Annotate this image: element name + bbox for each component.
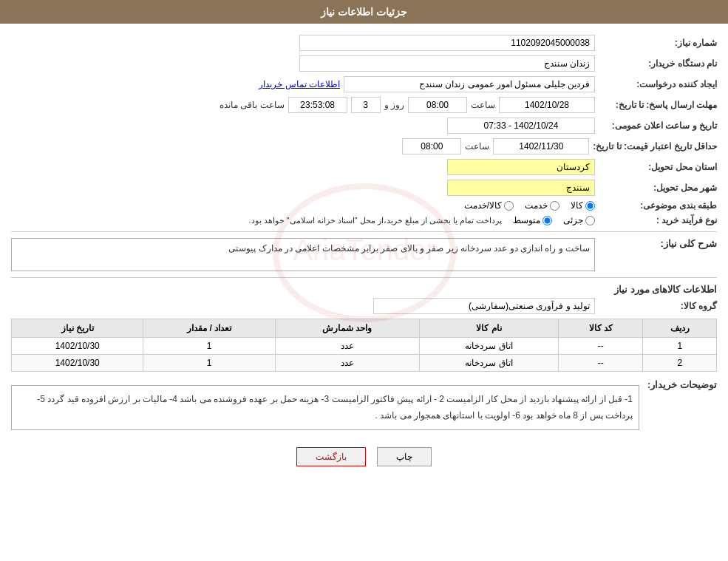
tabaqe-kala-label: کالا (571, 200, 583, 211)
ijadKonande-label: ایجاد کننده درخواست: (599, 79, 717, 89)
kalaInfo-title: اطلاعات کالاهای مورد نیاز (11, 284, 717, 295)
mohlat-label: مهلت ارسال پاسخ: تا تاریخ: (599, 100, 717, 110)
col-tedad: تعداد / مقدار (143, 319, 275, 338)
tabaqe-label: طبقه بندی موضوعی: (599, 200, 717, 211)
noeFarayand-jozii-radio[interactable] (585, 216, 595, 225)
tosih-row: توضیحات خریدار: 1- قبل از ارائه پیشنهاد … (11, 379, 717, 436)
cell-kodKala: -- (559, 355, 643, 372)
col-vahed: واحد شمارش (275, 319, 419, 338)
tabaqe-khedmat-label: خدمت (525, 200, 548, 211)
table-row: 2--اتاق سردخانهعدد11402/10/30 (12, 355, 717, 372)
noeFarayand-note: پرداخت تمام یا بخشی از مبلغ خرید،از محل … (248, 216, 502, 225)
noeFarayand-jozii-option[interactable]: جزئی (563, 215, 595, 225)
noeFarayand-label: نوع فرآیند خرید : (599, 215, 717, 225)
sharh-textarea[interactable] (11, 238, 595, 271)
mohlat-date: 1402/10/28 (499, 97, 595, 113)
noeFarayand-motavasset-radio[interactable] (542, 216, 552, 225)
col-radif: ردیف (643, 319, 717, 338)
tabaqe-kala-khedmat-option[interactable]: کالا/خدمت (464, 200, 514, 211)
cell-tarikh: 1402/10/30 (12, 355, 143, 372)
tabaqe-radio-group: کالا خدمت کالا/خدمت (464, 200, 595, 211)
shahr-value: سنندج (447, 180, 595, 196)
mohlat-time: 08:00 (408, 97, 467, 113)
cell-namKala: اتاق سردخانه (419, 338, 558, 355)
groupKala-value: تولید و فرآوری صنعتی(سفارشی) (373, 298, 595, 314)
cell-kodKala: -- (559, 338, 643, 355)
namDastgah-label: نام دستگاه خریدار: (599, 58, 717, 69)
noeFarayand-motavasset-label: متوسط (513, 215, 540, 225)
divider2 (11, 277, 717, 278)
shomareNiaz-row: شماره نیاز: 1102092045000038 (11, 35, 717, 51)
col-tarikh: تاریخ نیاز (12, 319, 143, 338)
shahr-row: شهر محل تحویل: سنندج (11, 180, 717, 196)
button-row: چاپ بازگشت (11, 447, 717, 466)
tabaqe-khedmat-radio[interactable] (550, 201, 559, 211)
ijadKonande-row: ایجاد کننده درخواست: فردین جلیلی مسئول ا… (11, 76, 717, 92)
saat-label2: ساعت (465, 141, 489, 152)
noeFarayand-motavasset-option[interactable]: متوسط (513, 215, 552, 225)
mohlat-row: مهلت ارسال پاسخ: تا تاریخ: 1402/10/28 سا… (11, 97, 717, 113)
tosih-text: 1- قبل از ارائه پیشنهاد بازدید از محل کا… (37, 394, 633, 421)
noeFarayand-row: نوع فرآیند خرید : جزئی متوسط پرداخت تمام… (11, 215, 717, 225)
cell-tarikh: 1402/10/30 (12, 338, 143, 355)
bazgasht-button[interactable]: بازگشت (296, 447, 366, 466)
tabaqe-kala-khedmat-radio[interactable] (504, 201, 514, 211)
remaining-time: 23:53:08 (288, 97, 347, 113)
tosih-content: 1- قبل از ارائه پیشنهاد بازدید از محل کا… (11, 385, 639, 430)
ijadKonande-value: فردین جلیلی مسئول امور عمومی زندان سنندج (344, 76, 595, 92)
cell-radif: 2 (643, 355, 717, 372)
shomareNiaz-value: 1102092045000038 (299, 35, 595, 51)
shomareNiaz-label: شماره نیاز: (599, 38, 717, 48)
divider1 (11, 231, 717, 232)
cell-vahed: عدد (275, 355, 419, 372)
shahr-label: شهر محل تحویل: (599, 183, 717, 193)
tabaqe-row: طبقه بندی موضوعی: کالا خدمت کالا/خدمت (11, 200, 717, 211)
tabaqe-kala-radio[interactable] (585, 201, 595, 211)
noeFarayand-radio-group: جزئی متوسط (513, 215, 595, 225)
groupKala-row: گروه کالا: تولید و فرآوری صنعتی(سفارشی) (11, 298, 717, 314)
page-title: جزئیات اطلاعات نیاز (321, 6, 407, 18)
tarikheElan-row: تاریخ و ساعت اعلان عمومی: 1402/10/24 - 0… (11, 118, 717, 134)
hadaqal-date: 1402/11/30 (493, 138, 589, 154)
sharh-row: شرح کلی نیاز: (11, 238, 717, 271)
etelaatTamas-link[interactable]: اطلاعات تماس خریدار (259, 79, 340, 89)
groupKala-label: گروه کالا: (599, 301, 717, 311)
cell-tedad: 1 (143, 338, 275, 355)
cell-radif: 1 (643, 338, 717, 355)
table-row: 1--اتاق سردخانهعدد11402/10/30 (12, 338, 717, 355)
tarikheElan-value: 1402/10/24 - 07:33 (447, 118, 595, 134)
col-kodKala: کد کالا (559, 319, 643, 338)
hadaqal-row: حداقل تاریخ اعتبار قیمت: تا تاریخ: 1402/… (11, 138, 717, 154)
namDastgah-value: زندان سنندج (299, 55, 595, 72)
cell-namKala: اتاق سردخانه (419, 355, 558, 372)
hadaqal-label: حداقل تاریخ اعتبار قیمت: تا تاریخ: (593, 141, 717, 152)
roz-value: 3 (351, 97, 381, 113)
saat-label1: ساعت (471, 100, 495, 110)
baghimande-label: ساعت باقی مانده (220, 100, 285, 110)
cell-vahed: عدد (275, 338, 419, 355)
goods-table: ردیف کد کالا نام کالا واحد شمارش تعداد /… (11, 319, 717, 372)
tabaqe-kala-option[interactable]: کالا (571, 200, 595, 211)
hadaqal-time: 08:00 (402, 138, 461, 154)
chap-button[interactable]: چاپ (377, 447, 432, 466)
namDastgah-row: نام دستگاه خریدار: زندان سنندج (11, 55, 717, 72)
tosih-label: توضیحات خریدار: (643, 379, 717, 390)
noeFarayand-jozii-label: جزئی (563, 215, 583, 225)
ostan-value: کردستان (447, 159, 595, 175)
tabaqe-khedmat-option[interactable]: خدمت (525, 200, 559, 211)
sharh-label: شرح کلی نیاز: (599, 238, 717, 249)
page-header: جزئیات اطلاعات نیاز (0, 0, 728, 24)
ostan-label: استان محل تحویل: (599, 162, 717, 172)
tarikheElan-label: تاریخ و ساعت اعلان عمومی: (599, 120, 717, 131)
cell-tedad: 1 (143, 355, 275, 372)
tabaqe-kala-khedmat-label: کالا/خدمت (464, 200, 502, 211)
col-namKala: نام کالا (419, 319, 558, 338)
ostan-row: استان محل تحویل: کردستان (11, 159, 717, 175)
roz-label: روز و (384, 100, 404, 110)
